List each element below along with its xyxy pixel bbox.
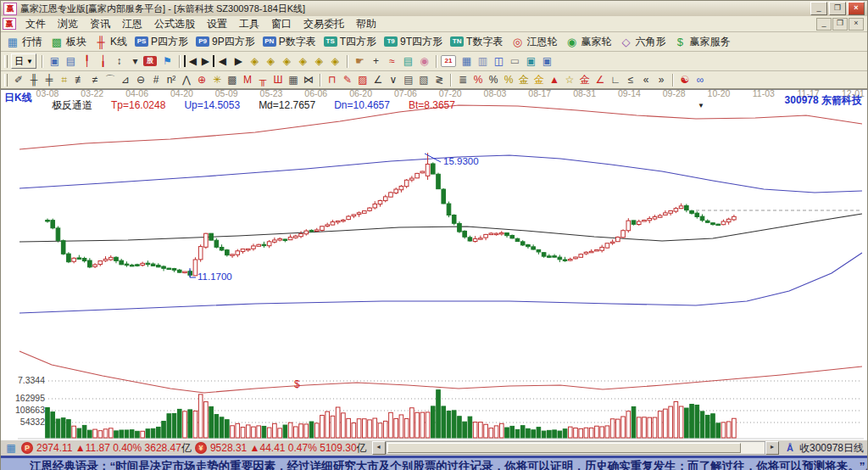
t-table-button[interactable]: TNT数字表 xyxy=(450,35,503,49)
mdi-close-button[interactable]: × xyxy=(849,18,864,31)
guillemet-left-icon[interactable]: « xyxy=(638,74,654,86)
right-angle-icon[interactable]: ∟ xyxy=(608,74,623,86)
gann-diamond-3-icon[interactable]: ◈ xyxy=(279,55,295,67)
info-panel-icon[interactable]: ▤ xyxy=(63,55,79,67)
arc-icon[interactable]: ⌒ xyxy=(103,73,118,87)
gann-diamond-2-icon[interactable]: ◈ xyxy=(263,55,279,67)
first-bar-icon[interactable]: ◀ xyxy=(184,55,199,67)
angle-red-icon[interactable]: ∠ xyxy=(593,74,608,86)
hash-tool-icon[interactable]: # xyxy=(148,74,164,86)
winner-service-button[interactable]: $赢家服务 xyxy=(673,35,730,49)
rows-icon[interactable]: ▤ xyxy=(401,74,416,86)
save-icon[interactable]: ◫ xyxy=(491,55,507,67)
menu-item-8[interactable]: 交易委托 xyxy=(298,17,350,31)
gann-circle-icon[interactable]: ⊕ xyxy=(194,74,209,86)
red-box-icon[interactable]: ⊓ xyxy=(325,74,340,86)
printer-icon[interactable]: ▭ xyxy=(507,55,523,67)
scroll-right-arrow[interactable]: ▸ xyxy=(765,441,779,455)
red-shade-icon[interactable]: ▨ xyxy=(355,74,370,86)
p9-square-button[interactable]: P99P四方形 xyxy=(196,35,255,49)
flag-icon[interactable]: ⚑ xyxy=(159,55,175,67)
p-table-button[interactable]: PNP数字表 xyxy=(263,35,316,49)
menu-item-3[interactable]: 江恩 xyxy=(116,17,148,31)
yinyang-icon[interactable]: ☯ xyxy=(677,74,693,86)
triangle-icon[interactable]: ⊿ xyxy=(118,74,133,86)
square-n2-icon[interactable]: n² xyxy=(164,74,179,86)
calendar-icon[interactable]: 21 xyxy=(441,55,456,67)
menu-item-2[interactable]: 资讯 xyxy=(84,17,116,31)
pillar-icon[interactable]: ╥ xyxy=(255,74,270,86)
mdi-minimize-button[interactable]: _ xyxy=(816,18,832,31)
grid-box-icon[interactable]: ▦ xyxy=(286,74,301,86)
kline-down-icon[interactable]: ╽ xyxy=(95,55,111,67)
starburst-icon[interactable]: ✳ xyxy=(209,74,225,86)
sectors-button[interactable]: ▩板块 xyxy=(50,35,86,49)
fan-icon[interactable]: ⋀ xyxy=(179,74,194,86)
remote-pc-1-icon[interactable]: ▣ xyxy=(523,55,539,67)
kline-up-icon[interactable]: ╿ xyxy=(79,55,95,67)
scale-menu-icon[interactable]: ▾ xyxy=(127,55,143,67)
gann-wheel-button[interactable]: ◎江恩轮 xyxy=(510,35,557,49)
minimize-button[interactable]: _ xyxy=(810,2,827,15)
menu-item-5[interactable]: 设置 xyxy=(201,17,233,31)
channel-icon[interactable]: ≢ xyxy=(72,74,87,86)
gold-coin-icon[interactable]: 金 xyxy=(516,73,531,87)
next-bar-icon[interactable]: ▶ xyxy=(231,55,247,67)
quotes-button[interactable]: ▦行情 xyxy=(6,35,42,49)
t-square-button[interactable]: TST四方形 xyxy=(324,35,376,49)
grid-icon[interactable]: ▦ xyxy=(4,442,18,454)
zoom-window-icon[interactable]: ▣ xyxy=(47,55,63,67)
close-button[interactable]: × xyxy=(848,2,865,15)
gann-grid-icon[interactable]: ╫ xyxy=(26,74,42,86)
band-tool-icon[interactable]: ▤ xyxy=(400,55,416,67)
menu-item-4[interactable]: 公式选股 xyxy=(148,17,201,31)
p-square-button[interactable]: PSP四方形 xyxy=(135,35,188,49)
wave-m-icon[interactable]: M xyxy=(240,74,255,86)
gold-grid-icon[interactable]: ⌗ xyxy=(57,74,72,86)
gann-box-icon[interactable]: ╪ xyxy=(42,74,57,86)
chart-panel[interactable]: 江恩工具软件 QQ:100800360 赢家聊吧 财赢 03-0803-2204… xyxy=(1,89,867,439)
pencil-tool-icon[interactable]: ✐ xyxy=(11,74,26,86)
angle-icon[interactable]: ∠ xyxy=(370,74,386,86)
gold-level-icon[interactable]: 金 xyxy=(531,73,547,87)
gann-diamond-6-icon[interactable]: ◈ xyxy=(327,55,343,67)
lte-icon[interactable]: ≤ xyxy=(623,74,638,86)
menu-item-1[interactable]: 浏览 xyxy=(52,17,84,31)
gann-diamond-5-icon[interactable]: ◈ xyxy=(311,55,327,67)
toolbar-grip[interactable] xyxy=(4,74,8,87)
scroll-left-arrow[interactable]: ◂ xyxy=(372,441,386,455)
hand-tool-icon[interactable]: ☛ xyxy=(352,55,368,67)
report-icon[interactable]: ▥ xyxy=(475,55,491,67)
hline-icon[interactable]: ≠ xyxy=(87,74,103,86)
calculator-icon[interactable]: ▦ xyxy=(459,55,475,67)
vee-icon[interactable]: ∨ xyxy=(386,74,401,86)
menu-item-9[interactable]: 帮助 xyxy=(350,17,382,31)
kline-button[interactable]: ╫K线 xyxy=(94,35,127,49)
t9-square-button[interactable]: T99T四方形 xyxy=(384,35,442,49)
arrow-up-icon[interactable]: ▲ xyxy=(547,74,562,86)
winner-wheel-button[interactable]: ◉赢家轮 xyxy=(565,35,611,49)
last-bar-icon[interactable]: ▶ xyxy=(199,55,214,67)
horizontal-scrollbar[interactable]: ◂▸ xyxy=(372,442,779,454)
red-pen-icon[interactable]: ✎ xyxy=(340,74,355,86)
crosshair-icon[interactable]: + xyxy=(368,55,384,67)
percent-gold-icon[interactable]: % xyxy=(501,74,516,86)
toolbar-grip[interactable] xyxy=(4,55,8,68)
menu-item-7[interactable]: 窗口 xyxy=(265,17,298,31)
gann-diamond-4-icon[interactable]: ◈ xyxy=(295,55,311,67)
infinity-icon[interactable]: ∞ xyxy=(693,74,708,86)
scroll-track[interactable] xyxy=(386,441,765,455)
percent-icon[interactable]: % xyxy=(486,74,501,86)
menu-item-6[interactable]: 工具 xyxy=(233,17,265,31)
menu-item-0[interactable]: 文件 xyxy=(19,17,52,31)
chart-tool-icon[interactable]: Å xyxy=(784,443,796,453)
mdi-restore-button[interactable]: ❐ xyxy=(832,18,848,31)
period-day-button[interactable]: 日▼ xyxy=(11,53,36,69)
prev-bar-icon[interactable]: ◀ xyxy=(214,55,231,67)
circle-tool-icon[interactable]: ⊖ xyxy=(133,74,148,86)
remote-pc-2-icon[interactable]: ▣ xyxy=(539,55,555,67)
lines-icon[interactable]: ≣ xyxy=(455,74,470,86)
gann-diamond-1-icon[interactable]: ◈ xyxy=(247,55,263,67)
guillemet-right-icon[interactable]: » xyxy=(654,74,669,86)
gtlt-icon[interactable]: ≷ xyxy=(431,74,447,86)
